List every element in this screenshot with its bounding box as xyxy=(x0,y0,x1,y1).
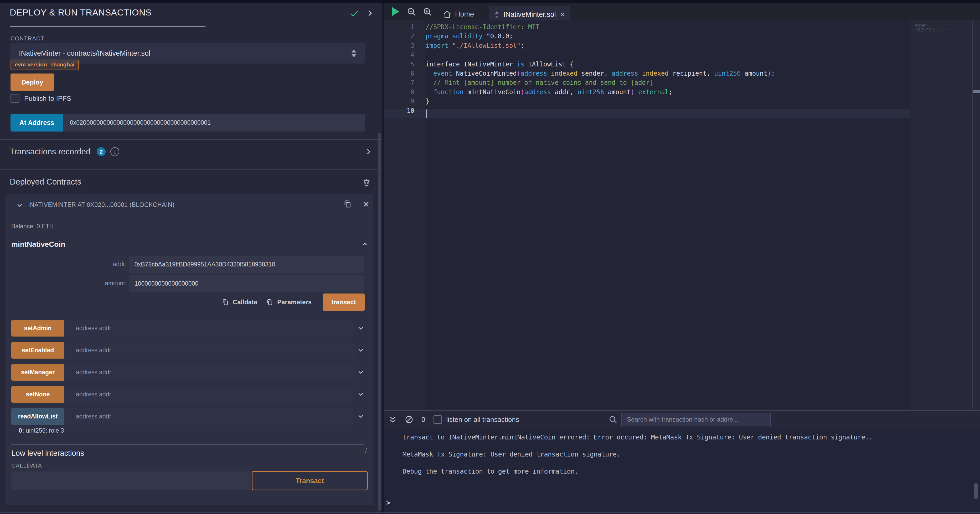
code-content[interactable]: //SPDX-License-Identifier: MITpragma sol… xyxy=(426,22,775,116)
pending-tx-count: 0 xyxy=(422,416,425,424)
code-line: //SPDX-License-Identifier: MIT xyxy=(426,22,775,32)
amount-field-label: amount: xyxy=(84,280,127,287)
code-line: import "./IAllowList.sol"; xyxy=(426,41,775,51)
copy-calldata-label[interactable]: Calldata xyxy=(233,298,257,306)
calldata-input[interactable] xyxy=(11,471,251,490)
line-number: 7 xyxy=(384,78,414,87)
contract-select-value: INativeMinter - contracts/INativeMinter.… xyxy=(19,49,150,57)
expanded-function-name: mintNativeCoin xyxy=(11,240,65,249)
listen-all-transactions-checkbox[interactable] xyxy=(434,415,442,424)
transact-button[interactable]: transact xyxy=(323,293,365,311)
line-number: 5 xyxy=(384,60,414,69)
function-row-setAdmin: setAdmin xyxy=(11,320,365,336)
function-row-readAllowList: readAllowList xyxy=(11,408,365,425)
readAllowList-button[interactable]: readAllowList xyxy=(11,408,64,425)
minimap[interactable]: //SPDX-License-Identifier: MITpragma sol… xyxy=(910,22,972,74)
code-line: event NativeCoinMinted(address indexed s… xyxy=(426,69,775,78)
text-cursor xyxy=(426,109,427,118)
code-line: function mintNativeCoin(address addr, ui… xyxy=(426,88,775,97)
deploy-button[interactable]: Deploy xyxy=(11,73,54,91)
setEnabled-expand-chevron-down-icon[interactable] xyxy=(357,346,365,354)
editor-tabbar: Home INativeMinter.sol xyxy=(384,3,980,21)
compile-success-check-icon xyxy=(350,8,360,18)
copy-parameters-label[interactable]: Parameters xyxy=(277,298,312,306)
copy-calldata-icon[interactable] xyxy=(221,298,229,306)
setManager-expand-chevron-down-icon[interactable] xyxy=(357,368,365,376)
terminal-prompt[interactable]: > xyxy=(386,498,390,507)
overview-ruler[interactable] xyxy=(973,21,980,409)
at-address-input[interactable] xyxy=(63,114,365,132)
panel-editor-divider[interactable] xyxy=(382,0,384,514)
run-script-play-icon[interactable] xyxy=(392,7,399,16)
transactions-expand-chevron-right-icon[interactable] xyxy=(364,148,372,155)
evm-version-badge: evm version: shanghai xyxy=(11,60,79,70)
terminal-scrollbar[interactable] xyxy=(974,483,978,499)
setNone-input[interactable] xyxy=(64,386,354,403)
zoom-in-icon[interactable] xyxy=(423,7,433,17)
code-editor: Home INativeMinter.sol 12345678910 //SPD… xyxy=(384,0,980,410)
divider xyxy=(0,169,382,170)
setNone-expand-chevron-down-icon[interactable] xyxy=(357,390,365,398)
low-level-interactions-title: Low level interactions xyxy=(11,449,84,458)
line-number: 9 xyxy=(384,97,414,106)
panel-title: DEPLOY & RUN TRANSACTIONS xyxy=(10,7,151,17)
tab-home-label: Home xyxy=(455,10,474,18)
tab-active-label: INativeMinter.sol xyxy=(503,11,556,19)
setManager-input[interactable] xyxy=(64,364,354,381)
function-row-setManager: setManager xyxy=(11,364,365,381)
info-icon[interactable]: i xyxy=(365,447,367,455)
terminal-search-input[interactable] xyxy=(621,412,771,426)
select-caret-icon xyxy=(352,50,356,57)
function-row-setNone: setNone xyxy=(11,386,365,403)
setNone-button[interactable]: setNone xyxy=(11,386,64,403)
setEnabled-button[interactable]: setEnabled xyxy=(11,342,64,359)
divider xyxy=(0,139,382,140)
publish-ipfs-checkbox[interactable] xyxy=(11,94,19,103)
line-number: 1 xyxy=(384,22,414,32)
info-icon[interactable]: i xyxy=(110,147,119,156)
copy-parameters-icon[interactable] xyxy=(266,298,274,306)
tab-close-icon[interactable] xyxy=(559,11,566,18)
addr-field-input[interactable] xyxy=(129,256,364,273)
code-line xyxy=(915,34,955,35)
setAdmin-input[interactable] xyxy=(64,320,354,336)
amount-field-input[interactable] xyxy=(129,275,364,292)
clear-instances-trash-icon[interactable] xyxy=(362,178,371,187)
low-level-transact-button[interactable]: Transact xyxy=(252,471,368,490)
line-number: 2 xyxy=(384,32,414,41)
bottom-strip xyxy=(0,512,980,513)
at-address-button[interactable]: At Address xyxy=(11,114,63,132)
setEnabled-input[interactable] xyxy=(64,342,354,359)
code-content[interactable]: //SPDX-License-Identifier: MITpragma sol… xyxy=(915,24,955,35)
code-line: interface INativeMinter is IAllowList { xyxy=(426,60,775,69)
terminal-toolbar: 0 listen on all transactions xyxy=(384,411,980,428)
solidity-file-icon xyxy=(493,11,500,19)
clear-console-ban-icon[interactable] xyxy=(405,415,414,424)
zoom-out-icon[interactable] xyxy=(406,7,417,17)
transactions-count-badge: 2 xyxy=(97,147,106,156)
line-number: 4 xyxy=(384,51,414,60)
instance-collapse-chevron-down-icon[interactable] xyxy=(16,201,24,209)
copy-address-icon[interactable] xyxy=(343,199,352,209)
contract-label: CONTRACT xyxy=(11,35,45,42)
panel-collapse-chevron-right-icon[interactable] xyxy=(366,9,374,17)
code-line xyxy=(426,51,775,60)
readAllowList-expand-chevron-down-icon[interactable] xyxy=(357,412,365,420)
contract-instance-card: INATIVEMINTER AT 0X020...00001 (BLOCKCHA… xyxy=(6,194,373,505)
terminal-collapse-double-chevron-down-icon[interactable] xyxy=(388,415,397,424)
instance-close-icon[interactable]: ✕ xyxy=(363,200,369,209)
setAdmin-button[interactable]: setAdmin xyxy=(11,320,64,336)
terminal-log-line: transact to INativeMinter.mintNativeCoin… xyxy=(402,433,962,441)
line-number-gutter: 12345678910 xyxy=(384,22,414,116)
function-list: setAdminsetEnabledsetManagersetNonereadA… xyxy=(11,320,365,430)
panel-scrollbar[interactable] xyxy=(378,133,381,511)
listen-all-transactions-label: listen on all transactions xyxy=(446,416,519,424)
readAllowList-input[interactable] xyxy=(64,408,354,425)
setAdmin-expand-chevron-down-icon[interactable] xyxy=(357,324,365,332)
deploy-run-panel: DEPLOY & RUN TRANSACTIONS CONTRACT INati… xyxy=(0,0,382,514)
overview-ruler-cursor-marker xyxy=(973,90,980,93)
transactions-recorded-row: Transactions recorded 2 i xyxy=(10,145,372,159)
function-collapse-chevron-up-icon[interactable] xyxy=(361,240,369,248)
terminal-log: transact to INativeMinter.mintNativeCoin… xyxy=(402,433,962,485)
setManager-button[interactable]: setManager xyxy=(11,364,64,381)
